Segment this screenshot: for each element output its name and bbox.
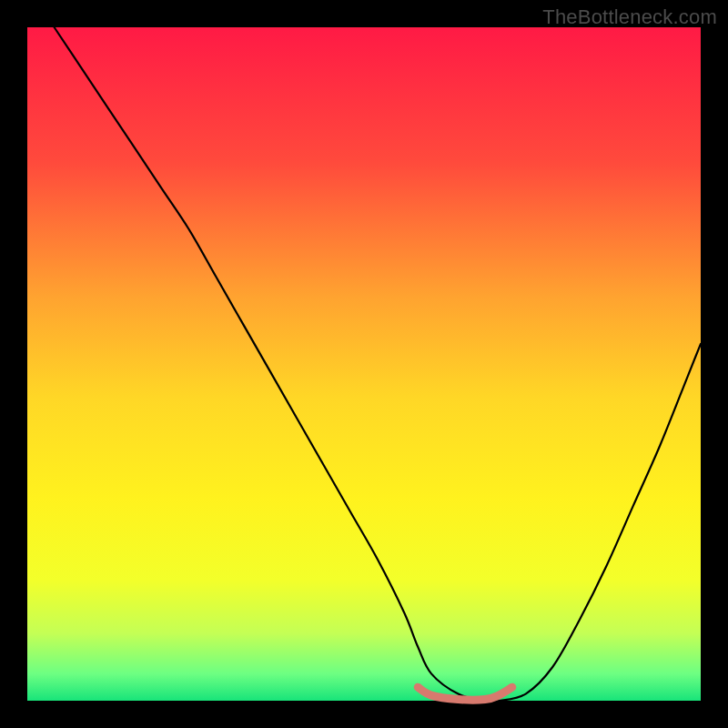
chart-frame: TheBottleneck.com — [0, 0, 728, 728]
watermark-text: TheBottleneck.com — [542, 5, 717, 29]
plot-background — [27, 27, 701, 701]
bottleneck-chart — [0, 0, 728, 728]
